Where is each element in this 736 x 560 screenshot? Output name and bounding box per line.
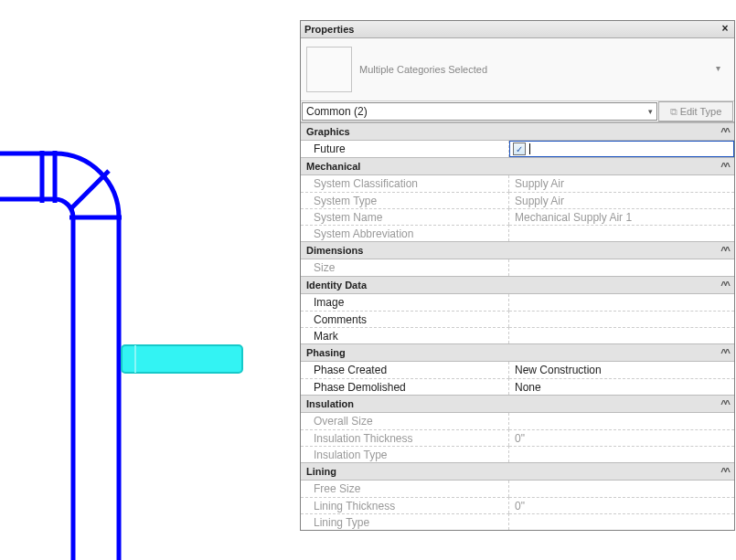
- text-caret: [529, 143, 530, 154]
- row-phase-created[interactable]: Phase Created New Construction: [301, 362, 734, 378]
- edit-type-label: Edit Type: [680, 106, 722, 117]
- filter-row: Common (2) ▾ ⧉ Edit Type: [301, 101, 734, 122]
- type-thumbnail: [306, 47, 352, 92]
- row-future[interactable]: Future: [301, 141, 734, 157]
- row-size: Size: [301, 259, 734, 276]
- row-lin-free: Free Size: [301, 481, 734, 497]
- row-lin-thick: Lining Thickness 0": [301, 497, 734, 513]
- collapse-icon[interactable]: ^^: [720, 280, 729, 291]
- section-header-lining[interactable]: Lining ^^: [301, 462, 734, 481]
- row-sys-type: System Type Supply Air: [301, 192, 734, 208]
- section-header-dimensions[interactable]: Dimensions ^^: [301, 241, 734, 259]
- panel-title: Properties: [304, 24, 720, 35]
- future-checkbox[interactable]: [513, 143, 526, 155]
- type-selector-label: Multiple Categories Selected: [359, 64, 709, 75]
- row-sys-abbr: System Abbreviation: [301, 225, 734, 241]
- collapse-icon[interactable]: ^^: [720, 398, 729, 409]
- row-image[interactable]: Image: [301, 294, 734, 311]
- chevron-down-icon[interactable]: ▾: [716, 63, 729, 76]
- collapse-icon[interactable]: ^^: [720, 245, 729, 256]
- row-lin-type: Lining Type: [301, 513, 734, 530]
- properties-panel: Properties × Multiple Categories Selecte…: [300, 20, 735, 531]
- edit-type-button[interactable]: ⧉ Edit Type: [658, 101, 733, 122]
- row-sys-name: System Name Mechanical Supply Air 1: [301, 208, 734, 225]
- property-grid: Graphics ^^ Future Mechanical ^^ System …: [301, 122, 734, 530]
- row-ins-overall: Overall Size: [301, 413, 734, 429]
- section-header-graphics[interactable]: Graphics ^^: [301, 122, 734, 141]
- row-ins-thick: Insulation Thickness 0": [301, 429, 734, 446]
- row-sys-class: System Classification Supply Air: [301, 175, 734, 192]
- row-comments[interactable]: Comments: [301, 311, 734, 327]
- collapse-icon[interactable]: ^^: [720, 161, 729, 172]
- section-header-insulation[interactable]: Insulation ^^: [301, 395, 734, 413]
- chevron-down-icon: ▾: [648, 107, 653, 116]
- section-header-phasing[interactable]: Phasing ^^: [301, 343, 734, 362]
- future-editor[interactable]: [509, 141, 734, 157]
- row-ins-type: Insulation Type: [301, 446, 734, 462]
- label-future: Future: [301, 141, 509, 157]
- row-mark[interactable]: Mark: [301, 327, 734, 343]
- drawing-canvas[interactable]: [0, 0, 300, 560]
- svg-line-3: [71, 171, 109, 208]
- collapse-icon[interactable]: ^^: [720, 466, 729, 477]
- row-phase-demolished[interactable]: Phase Demolished None: [301, 378, 734, 395]
- filter-dropdown[interactable]: Common (2) ▾: [302, 102, 657, 121]
- type-selector[interactable]: Multiple Categories Selected ▾: [301, 38, 734, 101]
- filter-selected: Common (2): [306, 105, 368, 118]
- collapse-icon[interactable]: ^^: [720, 126, 729, 137]
- collapse-icon[interactable]: ^^: [720, 347, 729, 358]
- close-icon[interactable]: ×: [720, 24, 731, 35]
- panel-titlebar[interactable]: Properties ×: [301, 21, 734, 38]
- section-header-mechanical[interactable]: Mechanical ^^: [301, 157, 734, 175]
- svg-rect-8: [122, 345, 242, 373]
- edit-type-icon: ⧉: [670, 106, 677, 118]
- section-header-identity[interactable]: Identity Data ^^: [301, 276, 734, 294]
